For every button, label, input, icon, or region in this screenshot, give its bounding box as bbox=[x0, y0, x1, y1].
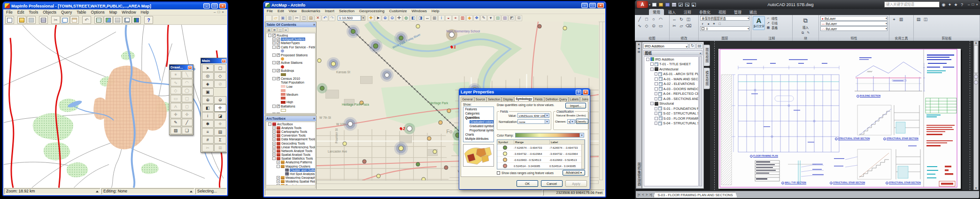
map-scale-combo[interactable]: 1:10,500 ▾ bbox=[338, 15, 365, 21]
toolbar-button[interactable]: ⊕ bbox=[382, 15, 388, 21]
mapinfo-map-canvas[interactable]: Drawi... × ✶╲∿◠◇◯▭▢A◻✚✜✎╱▨❏ Main × ➤▢◎◇◈… bbox=[4, 25, 227, 188]
drawing-toolbar-titlebar[interactable]: Drawi... × bbox=[170, 65, 193, 70]
app-menu-chevron-icon[interactable]: ▾ bbox=[649, 3, 650, 6]
publish-icon[interactable]: ▤ bbox=[696, 43, 702, 49]
toolbox-tree-row[interactable]: + Analysis Tools bbox=[266, 126, 315, 130]
refresh-icon[interactable]: ↻ bbox=[689, 43, 695, 49]
layer-visibility-checkbox[interactable] bbox=[277, 46, 280, 49]
show-tree-item[interactable]: Proportional symbols bbox=[463, 128, 494, 132]
toolbar-button[interactable]: ↔ bbox=[424, 15, 431, 21]
toc-layer-row[interactable]: + MarkerTypes bbox=[266, 41, 315, 45]
graduated-symbol[interactable] bbox=[363, 159, 367, 163]
toolbar-button[interactable]: ▥ bbox=[459, 15, 466, 21]
main-tool-button[interactable]: ❖ bbox=[214, 120, 226, 128]
toolbar-button[interactable]: ▥ bbox=[286, 15, 293, 21]
minimize-button[interactable]: – bbox=[581, 3, 588, 8]
main-tool-button[interactable]: ◪ bbox=[214, 112, 226, 120]
toolbar-button[interactable] bbox=[39, 16, 48, 24]
toolbar-button[interactable]: ▣ bbox=[279, 15, 286, 21]
layer-name[interactable]: Census 2010 bbox=[281, 77, 300, 80]
utility-tool-button[interactable]: ⌖ bbox=[891, 16, 897, 22]
panel-label[interactable]: 实用工具 bbox=[889, 36, 913, 41]
layer-name[interactable]: Active Stations bbox=[281, 61, 302, 64]
infocenter-icon[interactable]: ◉ bbox=[941, 2, 947, 7]
main-tool-button[interactable]: ✱ bbox=[202, 120, 214, 128]
table-vscrollbar[interactable] bbox=[581, 144, 585, 169]
toolbar-button[interactable]: ▯ bbox=[265, 15, 272, 21]
toc-layer-row[interactable]: - Active Stations bbox=[266, 61, 315, 65]
drawing-tool-button[interactable]: ▨ bbox=[170, 127, 181, 134]
show-tree-item[interactable]: Categories bbox=[463, 111, 494, 115]
application-menu-button[interactable]: A bbox=[637, 1, 648, 8]
block-tool-button[interactable]: ⧉ bbox=[800, 30, 805, 35]
menu-item[interactable]: View bbox=[286, 8, 299, 14]
sheet-set-combo[interactable]: IRD Addition bbox=[643, 43, 688, 49]
toc-view-button[interactable]: ⊞ bbox=[272, 28, 277, 32]
first-layout-button[interactable]: |< bbox=[637, 193, 640, 196]
toolbar-button[interactable]: ✂ bbox=[51, 16, 60, 24]
layer-name[interactable]: Major Towns bbox=[281, 113, 299, 114]
palette-tab[interactable]: 模型视图 bbox=[704, 68, 710, 89]
layer-name[interactable]: HotspotClusters bbox=[281, 38, 305, 41]
classes-combo[interactable]: 5 bbox=[567, 119, 575, 124]
menu-item[interactable]: Edit bbox=[15, 9, 27, 15]
graduated-symbol[interactable] bbox=[399, 36, 403, 40]
tool-name[interactable]: ArcToolbox bbox=[277, 122, 293, 126]
close-icon[interactable]: × bbox=[222, 59, 226, 63]
infocenter-icon[interactable]: ? bbox=[959, 2, 965, 7]
tool-name[interactable]: Modeling Spatial Relationships bbox=[286, 180, 315, 183]
toolbox-tree-row[interactable]: + Conversion Tools bbox=[266, 134, 315, 138]
toc-view-button[interactable]: ≔ bbox=[283, 28, 288, 32]
dialog-tab[interactable]: Joins & Relates bbox=[580, 97, 588, 101]
qat-button[interactable]: ▾ bbox=[691, 2, 697, 8]
sheet-tree-row[interactable]: A-01 - MAIN AND SECO bbox=[644, 77, 698, 82]
graduated-symbol[interactable] bbox=[433, 149, 437, 153]
toc-layer-row[interactable]: - Census 2010 bbox=[266, 77, 315, 80]
sheet-tree-row[interactable]: T-01 - TITLE SHEET bbox=[644, 62, 698, 67]
qat-button[interactable] bbox=[658, 2, 664, 8]
block-tool-button[interactable]: ✎ bbox=[806, 30, 811, 35]
steering-wheel-icon[interactable] bbox=[974, 75, 978, 79]
main-tool-button[interactable]: ▢ bbox=[214, 64, 226, 72]
main-tool-button[interactable]: ≡ bbox=[202, 128, 214, 136]
main-tool-button[interactable]: ⊞ bbox=[214, 144, 226, 152]
autohide-icon[interactable]: ◂▸ bbox=[637, 46, 640, 50]
last-layout-button[interactable]: >| bbox=[649, 193, 652, 196]
infocenter-icon[interactable]: ✦ bbox=[947, 2, 953, 7]
layer-toggle-button[interactable]: ● bbox=[706, 21, 711, 26]
toolbox-tree-row[interactable]: + Data Management Tools bbox=[266, 138, 315, 141]
main-tool-button[interactable]: ▤ bbox=[214, 128, 226, 136]
toc-layer-row[interactable]: - Routing bbox=[266, 33, 315, 37]
toolbar-button[interactable]: ↶ bbox=[322, 15, 328, 21]
class-row[interactable]: 0.524514 - 3.043085 0.524514 - 3.043085 bbox=[497, 163, 585, 169]
help-button[interactable]: ? bbox=[576, 90, 581, 95]
annotation-tool[interactable]: ↗ 引线 bbox=[766, 21, 791, 25]
graduated-symbol[interactable] bbox=[537, 24, 541, 29]
graduated-symbol[interactable] bbox=[320, 86, 324, 91]
toc-layer-row[interactable] bbox=[266, 108, 315, 112]
close-button[interactable]: × bbox=[597, 3, 604, 8]
close-icon[interactable]: ✕ bbox=[638, 42, 640, 46]
class-row[interactable]: -3.694732 - -0.610964 -3.694732 - -0.610… bbox=[497, 151, 585, 157]
toolbar-button[interactable]: ❖ bbox=[473, 15, 480, 21]
show-tree-item[interactable]: Quantities bbox=[463, 115, 494, 120]
layer-name[interactable]: Battalions bbox=[281, 105, 295, 108]
drawing-tool-button[interactable]: ✶ bbox=[170, 71, 181, 78]
mapinfo-titlebar[interactable]: MapInfo Professional - [TOWN,STREET,WATE… bbox=[3, 2, 227, 9]
insert-block-button[interactable]: ⧉ bbox=[802, 16, 810, 24]
draw-tool-button[interactable]: ∿ bbox=[636, 23, 643, 29]
toolbar-button[interactable] bbox=[70, 16, 79, 24]
infocenter-search-input[interactable] bbox=[884, 1, 940, 8]
toolbar-button[interactable] bbox=[132, 16, 141, 24]
layer-visibility-checkbox[interactable] bbox=[277, 38, 280, 41]
toolbox-tree-row[interactable]: + Spatial Analyst Tools bbox=[266, 153, 315, 157]
minimize-button[interactable]: – bbox=[968, 2, 970, 7]
ribbon-tab[interactable]: 常用 bbox=[649, 9, 664, 15]
main-tool-button[interactable]: ➤ bbox=[202, 64, 214, 72]
menu-item[interactable]: Bookmarks bbox=[299, 8, 323, 14]
tool-name[interactable]: Cluster and Outlier Analysis (Anselin Lo… bbox=[290, 168, 315, 172]
menu-item[interactable]: File bbox=[4, 9, 15, 15]
menu-item[interactable]: Windows bbox=[409, 8, 429, 14]
graduated-symbol[interactable] bbox=[447, 109, 451, 113]
toolbar-button[interactable]: ✚ bbox=[368, 15, 374, 21]
